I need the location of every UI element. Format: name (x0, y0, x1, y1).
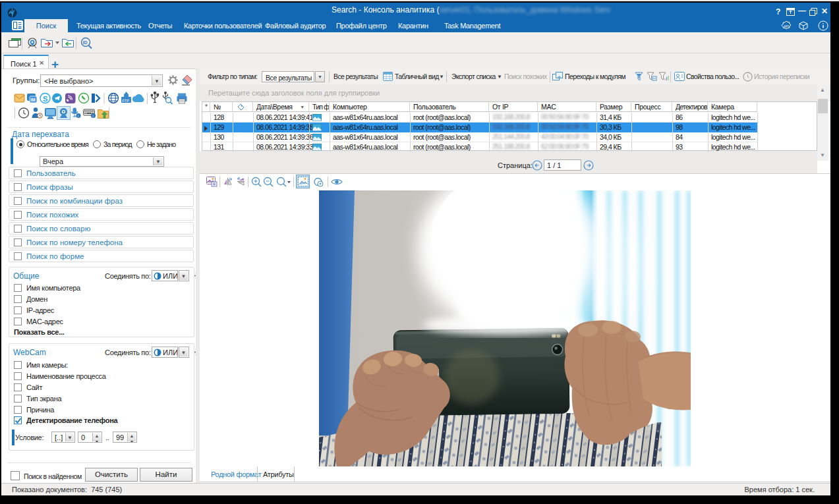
svg-text:FTP: FTP (123, 99, 130, 103)
svg-text:ID: ID (83, 40, 88, 45)
svg-text:API: API (784, 24, 789, 28)
svg-text:IM: IM (31, 98, 36, 102)
svg-text:S: S (43, 95, 47, 103)
